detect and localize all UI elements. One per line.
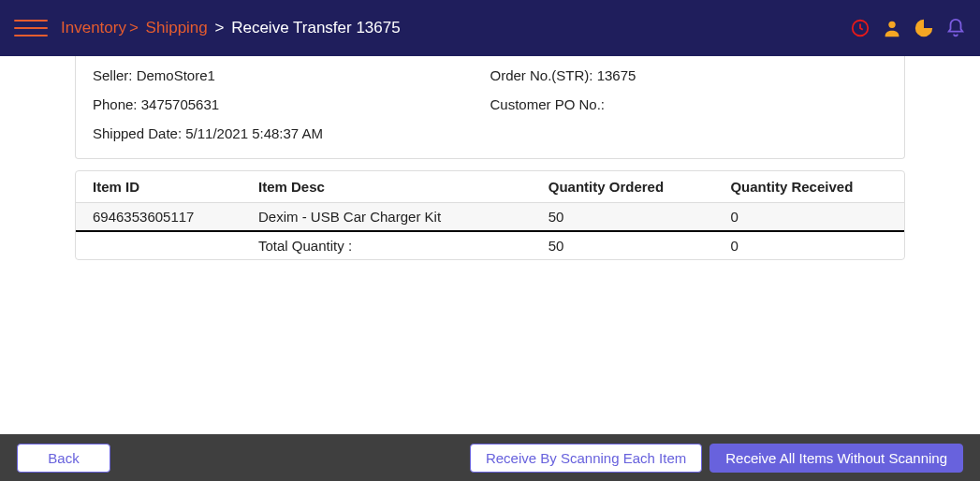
total-label: Total Quantity :: [241, 231, 532, 259]
shipped-date-field: Shipped Date: 5/11/2021 5:48:37 AM: [93, 125, 887, 141]
phone-field: Phone: 3475705631: [93, 96, 490, 112]
table-header-row: Item ID Item Desc Quantity Ordered Quant…: [76, 171, 904, 203]
receive-all-button[interactable]: Receive All Items Without Scanning: [709, 444, 963, 473]
col-qty-ordered: Quantity Ordered: [532, 171, 714, 203]
user-icon[interactable]: [882, 18, 902, 38]
header-left: Inventory> Shipping > Receive Transfer 1…: [14, 19, 401, 37]
cell-item-id: 6946353605117: [76, 203, 241, 232]
col-item-desc: Item Desc: [241, 171, 532, 203]
chart-pie-icon[interactable]: [914, 18, 934, 38]
breadcrumb: Inventory> Shipping > Receive Transfer 1…: [61, 19, 401, 37]
app-header: Inventory> Shipping > Receive Transfer 1…: [0, 0, 980, 56]
items-table-container: Item ID Item Desc Quantity Ordered Quant…: [75, 170, 905, 260]
order-no-label: Order No.(STR):: [490, 67, 597, 83]
seller-field: Seller: DemoStore1: [93, 67, 490, 83]
receive-scan-each-button[interactable]: Receive By Scanning Each Item: [470, 444, 702, 473]
table-row: 6946353605117 Dexim - USB Car Charger Ki…: [76, 203, 904, 232]
bell-icon[interactable]: [945, 18, 966, 38]
customer-po-field: Customer PO No.:: [490, 96, 888, 112]
order-info-panel: Seller: DemoStore1 Order No.(STR): 13675…: [75, 56, 905, 159]
total-qty-received: 0: [713, 231, 904, 259]
header-right: [850, 18, 966, 38]
breadcrumb-link-inventory[interactable]: Inventory: [61, 19, 126, 36]
footer-bar: Back Receive By Scanning Each Item Recei…: [0, 434, 980, 481]
cell-qty-ordered: 50: [532, 203, 714, 232]
shipped-date-label: Shipped Date:: [93, 125, 185, 141]
items-table: Item ID Item Desc Quantity Ordered Quant…: [76, 171, 904, 259]
customer-po-label: Customer PO No.:: [490, 96, 606, 112]
breadcrumb-link-shipping[interactable]: Shipping: [146, 19, 208, 36]
cell-qty-received: 0: [713, 203, 904, 232]
col-item-id: Item ID: [76, 171, 241, 203]
phone-label: Phone:: [93, 96, 141, 112]
total-qty-ordered: 50: [532, 231, 714, 259]
breadcrumb-separator: >: [215, 19, 225, 36]
order-no-field: Order No.(STR): 13675: [490, 67, 888, 83]
main-content: Seller: DemoStore1 Order No.(STR): 13675…: [0, 56, 980, 260]
svg-point-1: [888, 22, 895, 28]
order-no-value: 13675: [597, 67, 636, 83]
seller-label: Seller:: [93, 67, 137, 83]
back-button[interactable]: Back: [17, 444, 110, 473]
breadcrumb-current: Receive Transfer 13675: [231, 19, 401, 36]
clock-icon[interactable]: [850, 18, 870, 38]
col-qty-received: Quantity Received: [713, 171, 904, 203]
menu-icon[interactable]: [14, 20, 48, 36]
seller-value: DemoStore1: [137, 67, 215, 83]
breadcrumb-separator: >: [129, 19, 139, 36]
table-total-row: Total Quantity : 50 0: [76, 231, 904, 259]
shipped-date-value: 5/11/2021 5:48:37 AM: [185, 125, 323, 141]
phone-value: 3475705631: [141, 96, 219, 112]
footer-right: Receive By Scanning Each Item Receive Al…: [470, 444, 963, 473]
cell-item-desc: Dexim - USB Car Charger Kit: [241, 203, 532, 232]
